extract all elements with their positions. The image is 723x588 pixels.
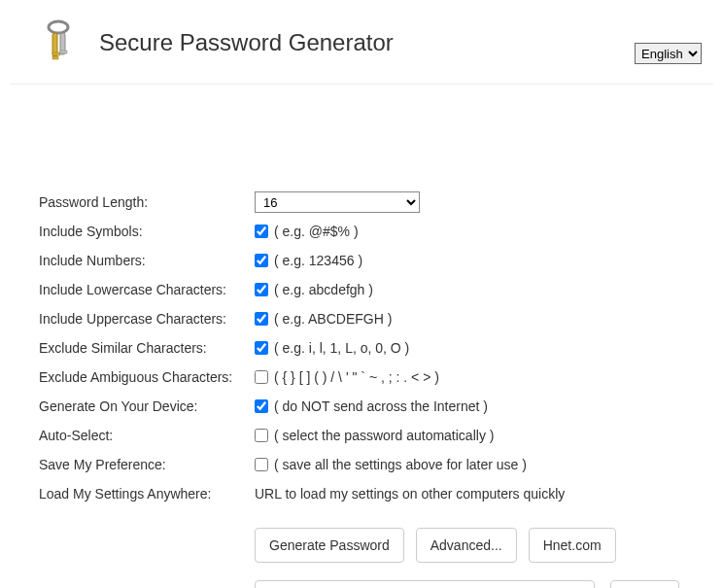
lowercase-label: Include Lowercase Characters: <box>39 282 255 297</box>
uppercase-hint: ( e.g. ABCDEFGH ) <box>274 311 392 327</box>
svg-rect-3 <box>52 56 58 59</box>
hnet-button[interactable]: Hnet.com <box>529 528 616 563</box>
autoselect-checkbox[interactable] <box>255 429 268 442</box>
loadsettings-label: Load My Settings Anywhere: <box>39 486 255 502</box>
numbers-checkbox[interactable] <box>255 254 268 267</box>
symbols-label: Include Symbols: <box>39 224 255 239</box>
numbers-hint: ( e.g. 123456 ) <box>274 253 362 268</box>
similar-label: Exclude Similar Characters: <box>39 340 255 356</box>
svg-point-0 <box>49 21 68 33</box>
svg-rect-5 <box>60 51 67 53</box>
numbers-label: Include Numbers: <box>39 253 255 268</box>
ambiguous-checkbox[interactable] <box>255 370 268 384</box>
generate-button[interactable]: Generate Password <box>255 528 404 563</box>
length-label: Password Length: <box>39 194 255 210</box>
uppercase-label: Include Uppercase Characters: <box>39 311 255 327</box>
uppercase-checkbox[interactable] <box>255 312 268 326</box>
page-title: Secure Password Generator <box>99 29 394 56</box>
svg-rect-2 <box>52 52 60 55</box>
password-output[interactable] <box>255 580 595 588</box>
lowercase-checkbox[interactable] <box>255 283 268 296</box>
loadsettings-text: URL to load my settings on other compute… <box>255 486 565 502</box>
savepref-hint: ( save all the settings above for later … <box>274 457 527 472</box>
length-select[interactable]: 16 <box>255 191 420 213</box>
ondevice-label: Generate On Your Device: <box>39 398 255 414</box>
savepref-label: Save My Preference: <box>39 457 255 472</box>
lowercase-hint: ( e.g. abcdefgh ) <box>274 282 373 297</box>
ondevice-hint: ( do NOT send across the Internet ) <box>274 398 488 414</box>
button-row: Generate Password Advanced... Hnet.com <box>255 528 704 563</box>
symbols-hint: ( e.g. @#$% ) <box>274 224 359 239</box>
symbols-checkbox[interactable] <box>255 225 268 238</box>
ondevice-checkbox[interactable] <box>255 399 268 413</box>
header: Secure Password Generator English <box>10 0 713 85</box>
similar-hint: ( e.g. i, l, 1, L, o, 0, O ) <box>274 340 409 356</box>
autoselect-label: Auto-Select: <box>39 428 255 443</box>
keys-icon <box>39 19 78 66</box>
savepref-checkbox[interactable] <box>255 458 268 471</box>
similar-checkbox[interactable] <box>255 341 268 355</box>
ambiguous-label: Exclude Ambiguous Characters: <box>39 369 255 385</box>
ambiguous-hint: ( { } [ ] ( ) / \ ' " ` ~ , ; : . < > ) <box>274 369 439 385</box>
advanced-button[interactable]: Advanced... <box>416 528 517 563</box>
form-area: Password Length: 16 Include Symbols: ( e… <box>10 85 713 588</box>
copy-button[interactable]: Copy <box>610 580 679 588</box>
autoselect-hint: ( select the password automatically ) <box>274 428 494 443</box>
language-select[interactable]: English <box>635 43 702 64</box>
